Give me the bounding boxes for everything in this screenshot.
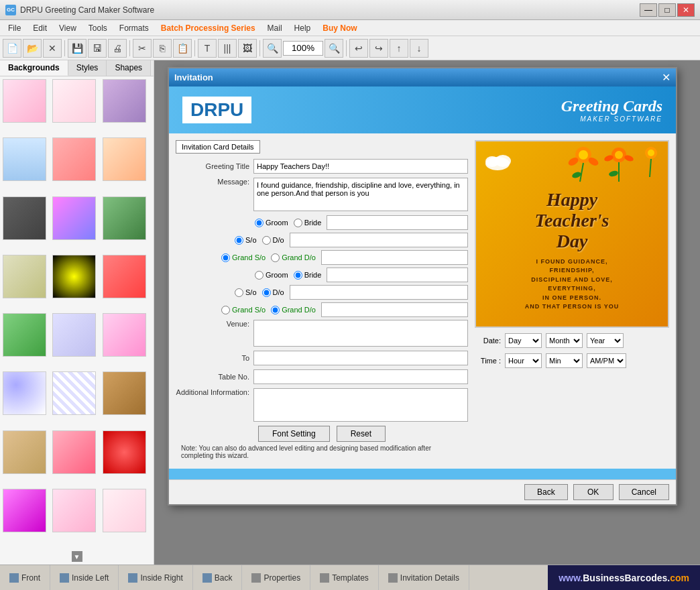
menu-batch-processing[interactable]: Batch Processing Series bbox=[156, 22, 261, 34]
thumb-23[interactable] bbox=[52, 489, 96, 532]
thumb-2[interactable] bbox=[52, 79, 96, 123]
paste-button[interactable]: 📋 bbox=[173, 39, 192, 58]
scroll-down-button[interactable]: ▼ bbox=[72, 551, 82, 562]
thumb-21[interactable] bbox=[103, 430, 146, 474]
thumb-1[interactable] bbox=[3, 79, 46, 123]
menu-mail[interactable]: Mail bbox=[262, 22, 288, 34]
so-radio1[interactable] bbox=[235, 236, 243, 245]
do-radio1[interactable] bbox=[262, 236, 271, 245]
menu-formats[interactable]: Formats bbox=[114, 22, 154, 34]
back-button[interactable]: Back bbox=[524, 484, 568, 500]
grand-so-radio1[interactable] bbox=[221, 253, 230, 262]
do-radio2[interactable] bbox=[262, 288, 271, 297]
tab-templates[interactable]: Templates bbox=[310, 565, 379, 590]
so-radio2[interactable] bbox=[235, 288, 243, 297]
menu-view[interactable]: View bbox=[54, 22, 82, 34]
zoom-input[interactable] bbox=[283, 41, 323, 56]
tab-backgrounds[interactable]: Backgrounds bbox=[0, 60, 68, 76]
zoom-in-button[interactable]: 🔍 bbox=[325, 39, 343, 58]
ok-button[interactable]: OK bbox=[573, 484, 614, 500]
copy-button[interactable]: ⎘ bbox=[153, 39, 172, 58]
to-input[interactable] bbox=[253, 351, 468, 365]
thumb-8[interactable] bbox=[52, 196, 96, 240]
undo-button[interactable]: ↩ bbox=[349, 39, 368, 58]
tab-back[interactable]: Back bbox=[193, 565, 243, 590]
tab-front[interactable]: Front bbox=[0, 565, 50, 590]
thumb-5[interactable] bbox=[52, 137, 96, 181]
maximize-button[interactable]: □ bbox=[658, 3, 676, 17]
thumb-7[interactable] bbox=[3, 196, 46, 240]
thumb-15[interactable] bbox=[103, 313, 146, 357]
greeting-title-input[interactable] bbox=[253, 159, 468, 174]
thumb-10[interactable] bbox=[3, 255, 46, 298]
new-button[interactable]: 📄 bbox=[3, 39, 21, 58]
save-as-button[interactable]: 🖫 bbox=[88, 39, 107, 58]
thumb-24[interactable] bbox=[103, 489, 146, 532]
redo-button[interactable]: ↪ bbox=[369, 39, 388, 58]
groom-name-input[interactable] bbox=[327, 215, 468, 230]
cut-button[interactable]: ✂ bbox=[133, 39, 152, 58]
tab-inside-left[interactable]: Inside Left bbox=[50, 565, 119, 590]
menu-edit[interactable]: Edit bbox=[27, 22, 52, 34]
close-button[interactable]: ✕ bbox=[43, 39, 62, 58]
thumb-4[interactable] bbox=[3, 137, 46, 181]
move-down-button[interactable]: ↓ bbox=[410, 39, 428, 58]
thumb-20[interactable] bbox=[52, 430, 96, 474]
groom-radio2[interactable] bbox=[255, 271, 264, 280]
grand-do-radio1[interactable] bbox=[271, 253, 280, 262]
grand-so-name-input1[interactable] bbox=[321, 250, 468, 265]
thumb-13[interactable] bbox=[3, 313, 46, 357]
reset-button[interactable]: Reset bbox=[337, 426, 386, 442]
groom-radio[interactable] bbox=[255, 219, 264, 227]
date-month-select[interactable]: Month bbox=[546, 333, 583, 348]
grand-do-radio2[interactable] bbox=[271, 306, 280, 314]
thumb-9[interactable] bbox=[103, 196, 146, 240]
menu-tools[interactable]: Tools bbox=[83, 22, 113, 34]
cancel-button[interactable]: Cancel bbox=[619, 484, 669, 500]
tab-inside-right[interactable]: Inside Right bbox=[119, 565, 192, 590]
bride-radio2[interactable] bbox=[294, 271, 302, 280]
menu-help[interactable]: Help bbox=[289, 22, 316, 34]
thumb-16[interactable] bbox=[3, 371, 46, 415]
move-up-button[interactable]: ↑ bbox=[390, 39, 408, 58]
thumb-3[interactable] bbox=[103, 79, 146, 123]
additional-info-input[interactable] bbox=[253, 388, 468, 422]
thumb-17[interactable] bbox=[52, 371, 96, 415]
thumb-18[interactable] bbox=[103, 371, 146, 415]
thumb-14[interactable] bbox=[52, 313, 96, 357]
thumb-6[interactable] bbox=[103, 137, 146, 181]
tab-styles[interactable]: Styles bbox=[68, 60, 107, 76]
barcode-button[interactable]: ||| bbox=[218, 39, 237, 58]
text-button[interactable]: T bbox=[198, 39, 217, 58]
image-button[interactable]: 🖼 bbox=[238, 39, 257, 58]
bride-radio[interactable] bbox=[294, 219, 302, 227]
open-button[interactable]: 📂 bbox=[23, 39, 42, 58]
grand-so-radio2[interactable] bbox=[221, 306, 230, 314]
menu-buy-now[interactable]: Buy Now bbox=[317, 22, 362, 34]
thumb-19[interactable] bbox=[3, 430, 46, 474]
time-ampm-select[interactable]: AM/PM bbox=[587, 353, 626, 368]
message-input[interactable]: I found guidance, friendship, discipline… bbox=[253, 178, 468, 211]
menu-file[interactable]: File bbox=[3, 22, 26, 34]
thumb-22[interactable] bbox=[3, 489, 46, 532]
thumb-11[interactable] bbox=[52, 255, 96, 298]
tab-invitation-details[interactable]: Invitation Details bbox=[379, 565, 469, 590]
grand-so-name-input2[interactable] bbox=[321, 302, 468, 317]
table-no-input[interactable] bbox=[253, 369, 468, 384]
tab-shapes[interactable]: Shapes bbox=[107, 60, 151, 76]
venue-input[interactable] bbox=[253, 320, 468, 347]
close-window-button[interactable]: ✕ bbox=[677, 3, 695, 17]
so-name-input2[interactable] bbox=[290, 285, 468, 300]
date-day-select[interactable]: Day bbox=[505, 333, 542, 348]
dialog-close-button[interactable]: ✕ bbox=[662, 71, 670, 84]
save-button[interactable]: 💾 bbox=[68, 39, 86, 58]
tab-properties[interactable]: Properties bbox=[242, 565, 310, 590]
time-hour-select[interactable]: Hour bbox=[505, 353, 542, 368]
print-button[interactable]: 🖨 bbox=[108, 39, 127, 58]
font-setting-button[interactable]: Font Setting bbox=[258, 426, 330, 442]
so-name-input1[interactable] bbox=[290, 233, 468, 247]
time-min-select[interactable]: Min bbox=[546, 353, 583, 368]
date-year-select[interactable]: Year bbox=[587, 333, 624, 348]
minimize-button[interactable]: — bbox=[640, 3, 657, 17]
thumb-12[interactable] bbox=[103, 255, 146, 298]
